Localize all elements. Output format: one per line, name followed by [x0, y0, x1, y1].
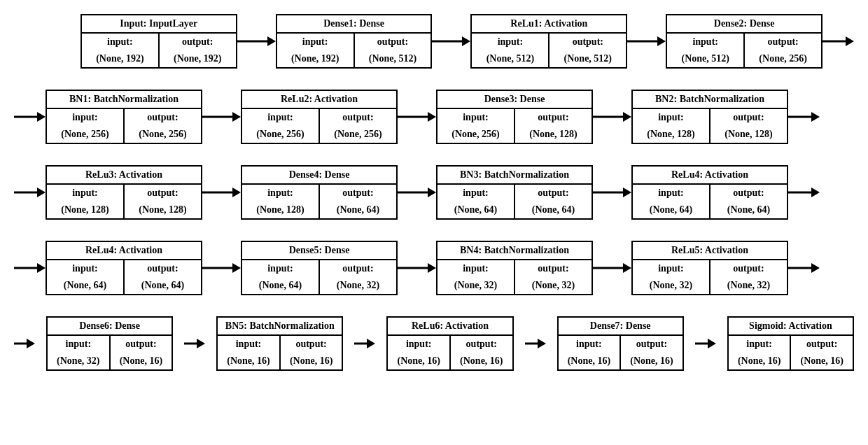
output-label: output: [710, 109, 787, 126]
arrow-icon [695, 337, 716, 351]
layer-title: Dense5: Dense [242, 242, 396, 260]
layer-title: ReLu5: Activation [633, 242, 787, 260]
input-shape: (None, 32) [633, 277, 710, 294]
layer-title: ReLu6: Activation [388, 318, 512, 336]
io-values: (None, 128)(None, 128) [47, 202, 201, 218]
io-header: input:output: [218, 336, 342, 353]
output-shape: (None, 16) [451, 353, 512, 369]
svg-marker-1 [267, 36, 276, 46]
layer-box: Sigmoid: Activationinput:output:(None, 1… [727, 316, 854, 371]
input-shape: (None, 128) [633, 126, 710, 143]
io-header: input:output: [242, 185, 396, 202]
input-label: input: [559, 336, 622, 353]
layer-title: Input: InputLayer [82, 15, 236, 34]
diagram-row: Dense6: Denseinput:output:(None, 32)(Non… [14, 316, 854, 371]
output-shape: (None, 16) [111, 353, 172, 369]
io-header: input:output: [633, 260, 787, 277]
output-label: output: [320, 185, 396, 202]
arrow-icon [788, 185, 820, 199]
layer-box: Dense7: Denseinput:output:(None, 16)(Non… [557, 316, 684, 371]
output-shape: (None, 32) [320, 277, 396, 294]
input-shape: (None, 128) [242, 202, 320, 218]
io-values: (None, 32)(None, 32) [438, 277, 592, 294]
input-label: input: [667, 34, 745, 50]
layer-title: Dense4: Dense [242, 167, 396, 185]
io-values: (None, 16)(None, 16) [388, 353, 512, 369]
layer-box: BN5: BatchNormalizationinput:output:(Non… [216, 316, 343, 371]
input-label: input: [47, 185, 125, 202]
input-shape: (None, 32) [48, 353, 111, 369]
layer-title: Sigmoid: Activation [729, 318, 853, 336]
io-values: (None, 192)(None, 192) [82, 50, 236, 67]
svg-marker-41 [197, 339, 205, 348]
layer-title: Dense2: Dense [667, 15, 821, 34]
input-label: input: [438, 260, 515, 277]
layer-title: BN5: BatchNormalization [218, 318, 342, 336]
output-label: output: [320, 109, 396, 126]
io-header: input:output: [559, 336, 682, 353]
arrow-icon [14, 261, 46, 275]
svg-marker-15 [623, 112, 631, 122]
output-label: output: [515, 185, 592, 202]
input-label: input: [242, 185, 320, 202]
arrow-icon [202, 110, 241, 124]
io-values: (None, 256)(None, 256) [47, 126, 201, 143]
output-label: output: [125, 185, 201, 202]
input-shape: (None, 192) [277, 50, 355, 67]
svg-marker-39 [27, 339, 35, 348]
io-header: input:output: [438, 185, 592, 202]
arrow-icon [398, 185, 436, 199]
output-label: output: [355, 34, 431, 50]
input-label: input: [242, 109, 320, 126]
output-label: output: [160, 34, 236, 50]
output-label: output: [710, 260, 787, 277]
arrow-icon [14, 337, 35, 351]
input-shape: (None, 16) [218, 353, 281, 369]
svg-marker-31 [232, 263, 241, 273]
svg-marker-17 [811, 112, 820, 122]
arrow-icon [432, 34, 470, 48]
layer-title: ReLu2: Activation [242, 91, 396, 109]
output-shape: (None, 16) [281, 353, 342, 369]
output-label: output: [515, 260, 592, 277]
layer-title: ReLu4: Activation [47, 242, 201, 260]
io-values: (None, 64)(None, 32) [242, 277, 396, 294]
output-shape: (None, 64) [320, 202, 396, 218]
input-shape: (None, 64) [47, 277, 125, 294]
io-values: (None, 128)(None, 64) [242, 202, 396, 218]
output-label: output: [111, 336, 172, 353]
input-label: input: [48, 336, 111, 353]
arrow-icon [398, 110, 436, 124]
output-shape: (None, 32) [710, 277, 787, 294]
layer-box: BN2: BatchNormalizationinput:output:(Non… [631, 90, 788, 144]
svg-marker-11 [232, 112, 241, 122]
arrow-icon [202, 185, 241, 199]
io-values: (None, 256)(None, 128) [438, 126, 592, 143]
io-values: (None, 64)(None, 64) [633, 202, 787, 218]
layer-box: Dense4: Denseinput:output:(None, 128)(No… [241, 165, 398, 220]
output-label: output: [710, 185, 787, 202]
arrow-icon [627, 34, 666, 48]
output-shape: (None, 128) [515, 126, 592, 143]
input-shape: (None, 256) [47, 126, 125, 143]
output-shape: (None, 128) [710, 126, 787, 143]
svg-marker-35 [623, 263, 631, 273]
layer-title: BN2: BatchNormalization [633, 91, 787, 109]
svg-marker-45 [538, 339, 546, 348]
io-header: input:output: [277, 34, 431, 50]
layer-title: BN1: BatchNormalization [47, 91, 201, 109]
layer-box: Input: InputLayerinput:output:(None, 192… [80, 14, 237, 69]
arrow-icon [593, 261, 631, 275]
layer-box: ReLu4: Activationinput:output:(None, 64)… [631, 165, 788, 220]
svg-marker-37 [811, 263, 820, 273]
input-shape: (None, 64) [242, 277, 320, 294]
layer-box: BN1: BatchNormalizationinput:output:(Non… [46, 90, 202, 144]
arrow-icon [354, 337, 375, 351]
input-shape: (None, 256) [438, 126, 515, 143]
layer-box: Dense3: Denseinput:output:(None, 256)(No… [436, 90, 593, 144]
arrow-icon [14, 110, 46, 124]
io-values: (None, 256)(None, 256) [242, 126, 396, 143]
output-shape: (None, 64) [515, 202, 592, 218]
output-shape: (None, 128) [125, 202, 201, 218]
svg-marker-3 [462, 36, 470, 46]
